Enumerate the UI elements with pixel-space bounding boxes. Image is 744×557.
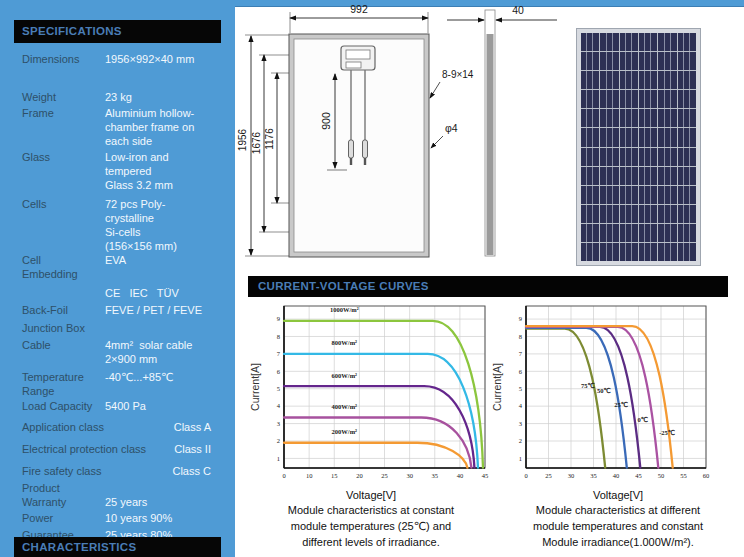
dim-thickness: 40 [447,4,557,20]
svg-text:1: 1 [277,455,280,462]
svg-text:25℃: 25℃ [614,401,628,408]
svg-text:15: 15 [331,472,338,479]
pv-cell [678,52,696,70]
spec-value: FEVE / PET / FEVE [105,303,211,317]
spec-label: Fire safety class [22,464,101,478]
pv-cell [581,243,599,261]
spec-row: Power10 years 90% [22,511,211,525]
spec-value: Class C [172,464,211,478]
pv-cell [678,148,696,166]
spec-label [22,286,105,300]
pv-cell [658,205,676,223]
pv-cell [600,52,618,70]
pv-cell [581,224,599,242]
pv-cell [678,90,696,108]
dim-height-1176: 1176 [264,73,289,203]
svg-text:0: 0 [524,472,527,479]
svg-text:30: 30 [406,472,413,479]
pv-cell [658,148,676,166]
svg-text:992: 992 [350,3,368,15]
svg-text:2: 2 [277,437,280,444]
svg-text:55: 55 [680,472,687,479]
svg-text:60: 60 [703,472,710,479]
callout-drain-hole: φ4 [431,122,458,148]
pv-cell [639,109,657,127]
svg-text:20: 20 [356,472,363,479]
pv-cell [620,71,638,89]
pv-cell [658,90,676,108]
panel-photo [576,28,701,266]
svg-text:200W/m²: 200W/m² [332,428,357,435]
iv-chart-irradiance: 01015202530354045123456789Current[A]1000… [250,300,492,551]
spec-sidebar: SPECIFICATIONS Dimensions1956×992×40 mmW… [0,0,235,557]
svg-text:45: 45 [482,472,489,479]
svg-text:0℃: 0℃ [638,416,649,423]
iv-chart-temperature-svg: 02530354045505560123456789Current[A]75℃5… [492,300,732,482]
svg-text:30: 30 [568,472,575,479]
pv-cell [600,128,618,146]
spec-value: Class II [174,442,211,456]
caption-line: Module irradiance(1.000W/m²). [492,535,744,551]
spec-row: Load Capacity5400 Pa [22,399,211,413]
pv-cell [581,109,599,127]
pv-cell [639,71,657,89]
spec-row: FrameAluminium hollow- chamber frame on … [22,106,211,148]
svg-text:7: 7 [277,350,281,357]
spec-row: Dimensions1956×992×40 mm [22,52,211,66]
pv-cell [658,224,676,242]
pv-cell [658,71,676,89]
iv-curves-header: CURRENT-VOLTAGE CURVES [248,276,728,297]
pv-cell [620,167,638,185]
svg-text:3: 3 [519,420,522,427]
pv-cell [581,148,599,166]
pv-cell [600,167,618,185]
pv-cell [639,243,657,261]
spec-label: Electrical protection class [22,442,146,456]
pv-cell [620,243,638,261]
pv-cell [600,148,618,166]
pv-cell [658,167,676,185]
spec-label: Product Warranty [22,481,105,509]
pv-cell [639,33,657,51]
svg-text:800W/m²: 800W/m² [332,339,357,346]
panel-cell-grid [581,33,696,261]
svg-text:Current[A]: Current[A] [250,363,261,411]
svg-text:25: 25 [381,472,388,479]
svg-text:1000W/m²: 1000W/m² [330,306,359,313]
spec-label: Dimensions [22,52,105,66]
dim-width: 992 [290,3,428,33]
caption-line: different levels of irradiance. [250,535,492,551]
chart-caption: Module characteristics at differentmodul… [492,503,744,551]
pv-cell [658,243,676,261]
pv-cell [620,148,638,166]
svg-text:75℃: 75℃ [581,382,595,389]
spec-row: Junction Box [22,321,211,335]
svg-text:8-9×14: 8-9×14 [442,69,474,80]
spec-value [105,321,211,335]
svg-text:35: 35 [432,472,439,479]
spec-label: Load Capacity [22,399,105,413]
svg-text:50: 50 [658,472,665,479]
pv-cell [581,205,599,223]
pv-cell [639,90,657,108]
spec-label: Application class [22,420,104,434]
pv-cell [658,33,676,51]
svg-text:600W/m²: 600W/m² [332,372,357,379]
svg-text:6: 6 [519,368,523,375]
spec-label: Back-Foil [22,303,105,317]
pv-cell [581,52,599,70]
pv-cell [581,186,599,204]
pv-cell [620,224,638,242]
spec-label: Frame [22,106,105,148]
svg-text:50℃: 50℃ [597,387,611,394]
spec-row: Back-FoilFEVE / PET / FEVE [22,303,211,317]
pv-cell [678,33,696,51]
pv-cell [639,224,657,242]
pv-cell [581,33,599,51]
svg-text:900: 900 [320,112,332,130]
spec-label: Weight [22,90,105,104]
pv-cell [600,109,618,127]
svg-text:40: 40 [512,4,524,16]
panel-technical-drawing: 900 992 1956 1676 1176 [235,0,575,272]
spec-value: 5400 Pa [105,399,211,413]
